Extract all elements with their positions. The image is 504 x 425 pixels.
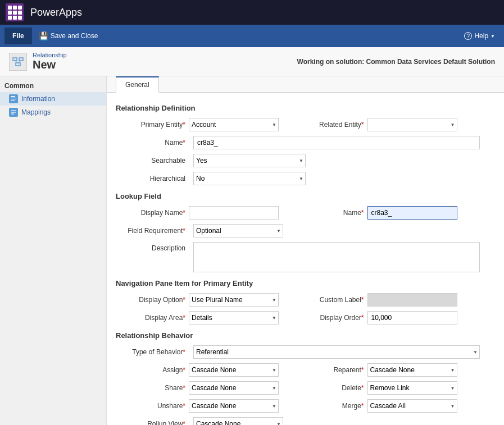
field-requirement-select-wrapper: Optional Required Recommended: [193, 224, 283, 237]
field-requirement-label: Field Requirement*: [116, 227, 189, 235]
unshare-select[interactable]: Cascade None Cascade All: [189, 399, 279, 413]
lookup-name-label: Name*: [306, 209, 367, 217]
svg-rect-9: [11, 100, 15, 100]
description-textarea[interactable]: [193, 242, 480, 272]
display-option-row: Display Option* Use Plural Name Use Cust…: [116, 293, 495, 307]
page-title: New: [33, 58, 67, 71]
sidebar-item-information[interactable]: Information: [0, 92, 106, 106]
hierarchical-select-wrapper: No Yes: [193, 172, 306, 185]
related-entity-required: *: [361, 121, 364, 129]
assign-required: *: [183, 366, 185, 374]
searchable-label: Searchable: [116, 157, 189, 164]
sidebar-mappings-label: Mappings: [21, 108, 51, 116]
reparent-select[interactable]: Cascade None Cascade All: [367, 363, 457, 377]
save-icon: 💾: [39, 31, 48, 40]
main-container: Relationship New Working on solution: Co…: [0, 47, 504, 425]
lookup-display-name-input[interactable]: [189, 206, 279, 220]
page-title-area: Relationship New: [9, 52, 67, 71]
reparent-label: Reparent*: [306, 366, 367, 374]
display-order-col: Display Order*: [306, 311, 496, 325]
content-area: Common Information Mappings General: [0, 76, 504, 425]
save-button[interactable]: 💾 Save and Close: [34, 29, 103, 43]
merge-label: Merge*: [306, 402, 367, 410]
display-option-select[interactable]: Use Plural Name Use Custom Label Do Not …: [189, 293, 279, 307]
delete-label: Delete*: [306, 384, 367, 392]
reparent-select-wrapper: Cascade None Cascade All: [367, 363, 457, 377]
rollup-view-select-wrapper: Cascade None Cascade All: [193, 417, 283, 425]
svg-rect-6: [11, 96, 15, 97]
sidebar: Common Information Mappings: [0, 76, 107, 425]
display-order-label: Display Order*: [306, 314, 367, 322]
page-icon: [9, 53, 27, 71]
custom-label-required: *: [361, 296, 364, 304]
share-select-wrapper: Cascade None Cascade All: [189, 381, 279, 395]
name-required: *: [183, 139, 185, 147]
sidebar-section-title: Common: [0, 79, 106, 92]
searchable-select[interactable]: Yes No: [193, 154, 306, 167]
lookup-name-required: *: [361, 209, 364, 217]
rollup-view-row: Rollup View* Cascade None Cascade All: [116, 417, 495, 425]
launcher-grid-icon: [8, 6, 22, 20]
name-label: Name*: [116, 139, 189, 147]
type-of-behavior-select[interactable]: Referential Parental Custom: [193, 345, 480, 359]
primary-entity-label: Primary Entity*: [116, 121, 189, 129]
related-entity-select[interactable]: [367, 118, 457, 131]
lookup-name-input[interactable]: [367, 206, 457, 220]
delete-col: Delete* Remove Link Restrict Cascade All: [306, 381, 496, 395]
app-launcher-button[interactable]: [6, 3, 24, 21]
relationship-definition-title: Relationship Definition: [116, 104, 495, 112]
custom-label-input[interactable]: [367, 293, 457, 307]
display-area-label: Display Area*: [116, 314, 189, 322]
tab-general[interactable]: General: [116, 76, 159, 93]
delete-select[interactable]: Remove Link Restrict Cascade All: [367, 381, 457, 395]
file-button[interactable]: File: [4, 28, 32, 44]
display-area-required: *: [183, 314, 185, 322]
share-col: Share* Cascade None Cascade All: [116, 381, 306, 395]
primary-entity-select[interactable]: Account: [189, 118, 279, 131]
related-entity-label: Related Entity*: [306, 121, 367, 129]
display-order-input[interactable]: [367, 311, 457, 325]
tab-bar: General: [107, 76, 504, 93]
display-area-select[interactable]: Details Marketing Sales Service: [189, 311, 279, 325]
reparent-required: *: [361, 366, 364, 374]
merge-required: *: [361, 402, 364, 410]
lookup-name-col: Name*: [306, 206, 496, 220]
lookup-display-name-required: *: [183, 209, 185, 217]
display-area-select-wrapper: Details Marketing Sales Service: [189, 311, 279, 325]
display-area-col: Display Area* Details Marketing Sales Se…: [116, 311, 306, 325]
toolbar: File 💾 Save and Close ? Help ▼: [0, 25, 504, 47]
assign-col: Assign* Cascade None Cascade All Cascade…: [116, 363, 306, 377]
assign-select-wrapper: Cascade None Cascade All Cascade Active: [189, 363, 279, 377]
merge-select[interactable]: Cascade All Cascade None: [367, 399, 457, 413]
sidebar-information-label: Information: [21, 95, 55, 103]
primary-related-entity-row: Primary Entity* Account Related Entity*: [116, 118, 495, 131]
rollup-view-select[interactable]: Cascade None Cascade All: [193, 417, 283, 425]
description-row: Description: [116, 242, 495, 272]
custom-label-col: Custom Label*: [306, 293, 496, 307]
relationship-behavior-title: Relationship Behavior: [116, 331, 495, 340]
title-text-block: Relationship New: [33, 52, 67, 71]
primary-entity-select-wrapper: Account: [189, 118, 279, 131]
display-area-row: Display Area* Details Marketing Sales Se…: [116, 311, 495, 325]
field-requirement-select[interactable]: Optional Required Recommended: [193, 224, 283, 237]
mappings-icon: [9, 108, 18, 117]
help-button[interactable]: ? Help ▼: [460, 30, 500, 42]
searchable-row: Searchable Yes No: [116, 154, 495, 167]
sidebar-item-mappings[interactable]: Mappings: [0, 106, 106, 119]
name-input[interactable]: [193, 136, 480, 149]
assign-select[interactable]: Cascade None Cascade All Cascade Active: [189, 363, 279, 377]
lookup-field-title: Lookup Field: [116, 192, 495, 200]
form-area: General Relationship Definition Primary …: [107, 76, 504, 425]
hierarchical-label: Hierarchical: [116, 175, 189, 182]
share-select[interactable]: Cascade None Cascade All: [189, 381, 279, 395]
field-requirement-required: *: [183, 227, 185, 235]
unshare-merge-row: Unshare* Cascade None Cascade All Merge*: [116, 399, 495, 413]
delete-required: *: [361, 384, 364, 392]
display-option-required: *: [183, 296, 185, 304]
unshare-required: *: [183, 402, 185, 410]
lookup-display-name-row: Display Name* Name*: [116, 206, 495, 220]
page-header: Relationship New Working on solution: Co…: [0, 47, 504, 76]
primary-entity-col: Primary Entity* Account: [116, 118, 306, 131]
hierarchical-select[interactable]: No Yes: [193, 172, 306, 185]
custom-label-label: Custom Label*: [306, 296, 367, 304]
